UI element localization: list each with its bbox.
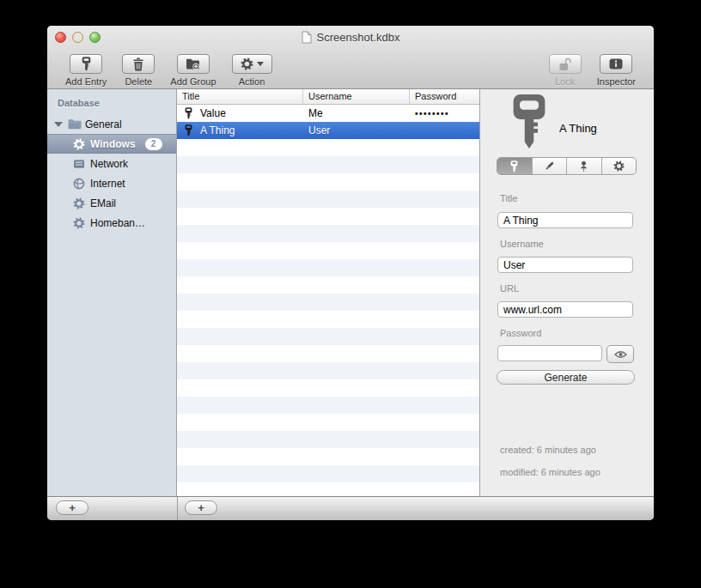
- lock-button[interactable]: Lock: [549, 54, 582, 88]
- action-label: Action: [239, 76, 265, 87]
- title-field[interactable]: [497, 212, 633, 228]
- tab-attachments[interactable]: [567, 158, 602, 174]
- inspector-tabs: [497, 157, 637, 175]
- inspector-panel: A Thing: [480, 89, 654, 496]
- inspector-button[interactable]: Inspector: [597, 54, 636, 88]
- screenshot-root: { "window": { "title": "Screenshot.kdbx"…: [0, 0, 701, 588]
- add-group-button[interactable]: Add Group: [170, 54, 216, 88]
- column-header-username[interactable]: Username: [303, 89, 410, 104]
- plus-icon: +: [69, 502, 76, 513]
- field-label-password: Password: [500, 328, 541, 338]
- sidebar-item-homebanking[interactable]: Homeban…: [47, 213, 176, 233]
- toolbar-right: Lock Inspector: [541, 48, 643, 88]
- inspector-label: Inspector: [597, 76, 636, 87]
- cell-title: Value: [200, 107, 226, 119]
- gear-icon: [73, 138, 85, 150]
- url-field[interactable]: [497, 301, 633, 318]
- window-title: Screenshot.kdbx: [317, 31, 400, 44]
- globe-icon: [73, 178, 85, 190]
- traffic-lights: [55, 32, 101, 43]
- table-row-value[interactable]: Value Me ••••••••: [177, 105, 479, 122]
- delete-button[interactable]: Delete: [122, 54, 155, 88]
- show-password-button[interactable]: [607, 345, 634, 363]
- window-chrome: Screenshot.kdbx Add Entry: [47, 26, 654, 89]
- tab-general[interactable]: [497, 158, 533, 174]
- key-icon: [185, 107, 192, 119]
- sidebar-item-label: EMail: [90, 197, 116, 209]
- tab-custom-fields[interactable]: [602, 158, 637, 174]
- field-label-url: URL: [500, 283, 519, 294]
- count-badge: 2: [145, 138, 162, 150]
- sidebar-item-network[interactable]: Network: [47, 154, 176, 173]
- caret-down-icon: [257, 62, 264, 66]
- bottom-bar: + +: [47, 496, 654, 520]
- plus-icon: +: [198, 502, 204, 513]
- bottom-bar-divider: [177, 497, 178, 520]
- sidebar-item-label: Windows: [90, 138, 136, 150]
- info-icon: [609, 58, 623, 70]
- cell-password: ••••••••: [410, 109, 479, 118]
- eye-icon: [614, 350, 627, 359]
- sidebar-item-label: Internet: [90, 178, 125, 190]
- add-entry-button[interactable]: Add Entry: [65, 54, 107, 88]
- field-label-title: Title: [500, 193, 517, 203]
- created-timestamp: created: 6 minutes ago: [500, 445, 596, 455]
- close-button[interactable]: [55, 32, 66, 43]
- gear-icon: [613, 161, 625, 172]
- table-body: Value Me •••••••• A Thing User: [177, 105, 479, 496]
- pencil-icon: [544, 161, 555, 172]
- document-icon: [302, 31, 312, 44]
- username-field[interactable]: [497, 257, 633, 273]
- lock-open-icon: [558, 58, 571, 71]
- tab-notes[interactable]: [533, 158, 568, 174]
- zoom-button[interactable]: [89, 32, 101, 43]
- entry-key-icon: [511, 94, 547, 149]
- sidebar-group-general[interactable]: General: [47, 114, 176, 134]
- trash-icon: [132, 58, 144, 71]
- key-icon: [82, 57, 91, 71]
- sidebar-item-email[interactable]: EMail: [47, 193, 176, 213]
- add-entry-plus-button[interactable]: +: [185, 500, 217, 515]
- table-row-a-thing[interactable]: A Thing User: [177, 122, 479, 139]
- sidebar-item-label: Homeban…: [90, 217, 145, 229]
- sidebar-section-header: Database: [58, 98, 176, 108]
- add-group-plus-button[interactable]: +: [56, 500, 88, 515]
- delete-label: Delete: [125, 76, 152, 87]
- sidebar-group-label: General: [85, 118, 122, 130]
- cell-title: A Thing: [200, 124, 235, 136]
- minimize-button[interactable]: [72, 32, 83, 43]
- sidebar-item-label: Network: [90, 158, 128, 170]
- content-area: Database General Windows 2 Network: [47, 89, 654, 496]
- add-entry-label: Add Entry: [65, 76, 107, 87]
- column-header-title[interactable]: Title: [177, 89, 303, 104]
- generate-button[interactable]: Generate: [497, 370, 635, 385]
- key-icon: [185, 124, 192, 136]
- title-bar[interactable]: Screenshot.kdbx: [47, 26, 654, 48]
- sidebar-item-internet[interactable]: Internet: [47, 173, 176, 193]
- disclosure-triangle-icon[interactable]: [54, 122, 63, 127]
- column-header-password[interactable]: Password: [410, 89, 479, 104]
- generate-label: Generate: [544, 372, 587, 384]
- password-field[interactable]: [497, 345, 602, 361]
- pushpin-icon: [578, 161, 589, 173]
- folder-icon: [68, 118, 82, 130]
- network-icon: [73, 158, 85, 170]
- entry-title: A Thing: [559, 122, 597, 135]
- gear-icon: [241, 58, 253, 70]
- table-header: Title Username Password: [177, 89, 479, 105]
- gear-icon: [73, 217, 85, 229]
- lock-label: Lock: [555, 76, 575, 87]
- add-group-label: Add Group: [170, 76, 216, 87]
- cell-username: Me: [303, 107, 410, 119]
- app-window: Screenshot.kdbx Add Entry: [47, 26, 654, 520]
- modified-timestamp: modified: 6 minutes ago: [500, 467, 600, 477]
- sidebar-item-windows[interactable]: Windows 2: [47, 134, 176, 154]
- title-wrap: Screenshot.kdbx: [47, 26, 654, 48]
- entries-table: Title Username Password Value Me •••••••…: [177, 89, 480, 496]
- cell-username: User: [303, 124, 410, 136]
- field-label-username: Username: [500, 239, 544, 249]
- toolbar: Add Entry Delete: [47, 48, 654, 88]
- action-button[interactable]: Action: [232, 54, 272, 88]
- folder-plus-icon: [186, 58, 200, 70]
- sidebar: Database General Windows 2 Network: [47, 89, 177, 496]
